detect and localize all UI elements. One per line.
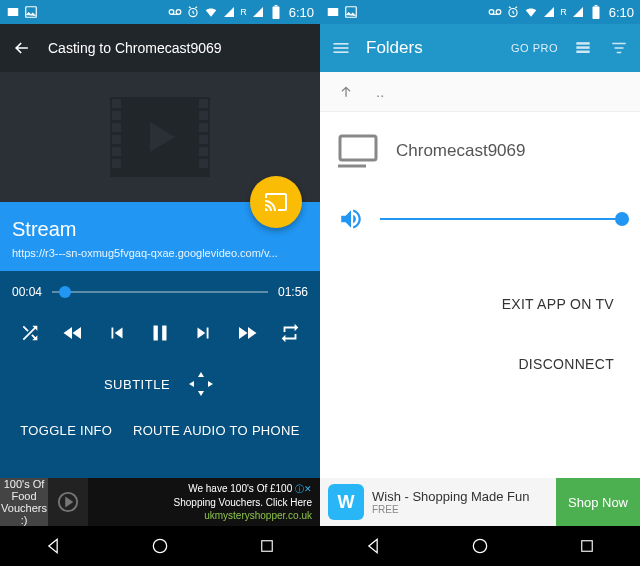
image-icon xyxy=(344,5,358,19)
toolbar: Folders GO PRO xyxy=(320,24,640,72)
svg-marker-24 xyxy=(208,381,213,387)
network-label: R xyxy=(560,7,567,17)
rewind-button[interactable] xyxy=(59,319,87,347)
svg-rect-0 xyxy=(8,8,19,16)
cast-title: Casting to Chromecast9069 xyxy=(48,40,222,56)
pause-button[interactable] xyxy=(146,319,174,347)
toggle-info-button[interactable]: TOGGLE INFO xyxy=(20,423,112,438)
nav-back-button[interactable] xyxy=(361,534,385,558)
back-icon[interactable] xyxy=(12,38,32,58)
battery-icon xyxy=(589,5,603,19)
filter-icon[interactable] xyxy=(608,37,630,59)
ad-app-text: Wish - Shopping Made Fun FREE xyxy=(372,489,556,515)
svg-marker-21 xyxy=(198,372,204,377)
ad-app-icon: W xyxy=(328,484,364,520)
time-total: 01:56 xyxy=(278,285,308,299)
player-controls: 00:04 01:56 SUBTITLE TOGGLE INFO ROUTE A… xyxy=(0,271,320,478)
nav-home-button[interactable] xyxy=(468,534,492,558)
volume-slider[interactable] xyxy=(380,218,622,220)
toolbar-title: Folders xyxy=(366,38,423,58)
repeat-button[interactable] xyxy=(276,319,304,347)
svg-rect-37 xyxy=(334,47,349,49)
svg-rect-14 xyxy=(112,159,121,168)
svg-point-3 xyxy=(176,10,181,15)
svg-rect-20 xyxy=(199,159,208,168)
svg-rect-44 xyxy=(617,52,622,54)
svg-rect-18 xyxy=(199,135,208,144)
status-bar: R 6:10 xyxy=(0,0,320,24)
svg-rect-39 xyxy=(576,42,589,45)
svg-point-30 xyxy=(489,10,494,15)
tv-icon xyxy=(338,134,378,168)
svg-rect-17 xyxy=(199,123,208,132)
nav-bar xyxy=(320,526,640,566)
seek-bar[interactable] xyxy=(52,291,268,293)
view-list-icon[interactable] xyxy=(572,37,594,59)
ad-text: We have 100's Of £100 ⓘ✕ Shopping Vouche… xyxy=(88,482,320,522)
ad-banner[interactable]: 100's Of Food Vouchers :) We have 100's … xyxy=(0,478,320,526)
svg-point-31 xyxy=(496,10,501,15)
signal2-icon xyxy=(251,5,265,19)
status-time: 6:10 xyxy=(609,5,634,20)
alarm-icon xyxy=(506,5,520,19)
nav-recent-button[interactable] xyxy=(255,534,279,558)
svg-rect-6 xyxy=(272,6,279,19)
next-button[interactable] xyxy=(189,319,217,347)
svg-rect-15 xyxy=(199,99,208,108)
cast-fab[interactable] xyxy=(250,176,302,228)
shuffle-button[interactable] xyxy=(16,319,44,347)
cast-device-row[interactable]: Chromecast9069 xyxy=(338,134,622,168)
image-icon xyxy=(24,5,38,19)
voicemail-icon xyxy=(168,5,182,19)
status-bar: R 6:10 xyxy=(320,0,640,24)
svg-rect-35 xyxy=(594,5,597,6)
svg-rect-28 xyxy=(328,8,339,16)
nav-home-button[interactable] xyxy=(148,534,172,558)
path-bar[interactable]: .. xyxy=(320,72,640,112)
svg-rect-48 xyxy=(581,541,592,552)
menu-icon[interactable] xyxy=(330,37,352,59)
exit-app-button[interactable]: EXIT APP ON TV xyxy=(338,274,622,334)
up-dots: .. xyxy=(376,83,384,100)
svg-rect-43 xyxy=(615,47,624,49)
svg-rect-16 xyxy=(199,111,208,120)
svg-rect-36 xyxy=(334,43,349,45)
nav-back-button[interactable] xyxy=(41,534,65,558)
svg-rect-9 xyxy=(112,99,121,108)
svg-point-47 xyxy=(473,539,486,552)
nav-bar xyxy=(0,526,320,566)
status-time: 6:10 xyxy=(289,5,314,20)
svg-rect-27 xyxy=(261,541,272,552)
disconnect-button[interactable]: DISCONNECT xyxy=(338,334,622,394)
svg-rect-45 xyxy=(340,136,376,160)
svg-rect-11 xyxy=(112,123,121,132)
svg-rect-41 xyxy=(576,51,589,54)
svg-rect-38 xyxy=(334,51,349,53)
up-arrow-icon xyxy=(338,84,354,100)
volume-row xyxy=(338,206,622,232)
subtitle-button[interactable]: SUBTITLE xyxy=(104,377,170,392)
ad-banner[interactable]: W Wish - Shopping Made Fun FREE Shop Now xyxy=(320,478,640,526)
alarm-icon xyxy=(186,5,200,19)
wifi-icon xyxy=(204,5,218,19)
go-pro-button[interactable]: GO PRO xyxy=(511,42,558,54)
signal-icon xyxy=(542,5,556,19)
previous-button[interactable] xyxy=(103,319,131,347)
svg-rect-19 xyxy=(199,147,208,156)
dpad-icon[interactable] xyxy=(186,369,216,399)
volume-icon[interactable] xyxy=(338,206,364,232)
voicemail-icon xyxy=(488,5,502,19)
time-current: 00:04 xyxy=(12,285,42,299)
route-audio-button[interactable]: ROUTE AUDIO TO PHONE xyxy=(133,423,300,438)
forward-button[interactable] xyxy=(233,319,261,347)
app-icon xyxy=(6,5,20,19)
signal2-icon xyxy=(571,5,585,19)
filmstrip-icon xyxy=(105,92,215,182)
svg-point-26 xyxy=(153,539,166,552)
shop-now-button[interactable]: Shop Now xyxy=(556,478,640,526)
svg-rect-12 xyxy=(112,135,121,144)
svg-point-2 xyxy=(169,10,174,15)
stream-url: https://r3---sn-oxmug5fvgaq-qxae.googlev… xyxy=(12,247,308,259)
nav-recent-button[interactable] xyxy=(575,534,599,558)
wifi-icon xyxy=(524,5,538,19)
